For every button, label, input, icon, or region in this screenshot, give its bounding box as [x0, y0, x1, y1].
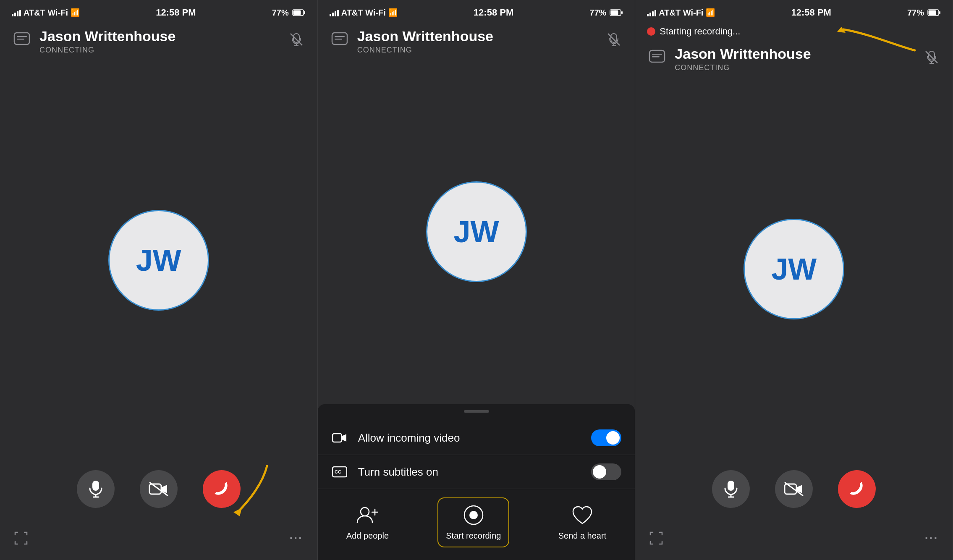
signal-bar: [12, 14, 13, 16]
battery-icon-1: [292, 9, 306, 16]
bottom-controls-3: [635, 462, 953, 529]
signal-bars-3: [647, 9, 656, 16]
menu-sheet: Allow incoming video CC Turn subtitles o…: [318, 404, 635, 560]
mute-icon-1[interactable]: [287, 30, 306, 49]
svg-rect-17: [611, 10, 618, 15]
signal-bars-1: [12, 9, 21, 16]
screenshot-button-3[interactable]: [647, 529, 665, 547]
start-recording-label: Start recording: [446, 531, 501, 541]
mute-icon-2[interactable]: [605, 30, 623, 49]
battery-pct-2: 77%: [589, 8, 606, 18]
svg-rect-9: [92, 481, 99, 491]
svg-rect-33: [939, 11, 940, 14]
avatar-circle-2: JW: [426, 181, 527, 282]
battery-pct-3: 77%: [907, 8, 924, 18]
video-icon: [331, 429, 348, 446]
status-left-3: AT&T Wi-Fi 📶: [647, 8, 715, 18]
add-people-icon: [356, 504, 378, 526]
status-left-2: AT&T Wi-Fi 📶: [330, 8, 398, 18]
battery-pct-1: 77%: [272, 8, 289, 18]
time-1: 12:58 PM: [156, 7, 196, 18]
carrier-3: AT&T Wi-Fi: [659, 8, 703, 18]
signal-bars-2: [330, 9, 339, 16]
start-recording-button[interactable]: Start recording: [437, 497, 509, 547]
signal-bar: [335, 11, 336, 16]
svg-rect-16: [621, 11, 623, 14]
mic-button-3[interactable]: [712, 470, 750, 508]
avatar-area-3: JW: [635, 76, 953, 462]
end-call-button-3[interactable]: [838, 470, 876, 508]
signal-bar: [17, 11, 18, 16]
screenshot-button-1[interactable]: [12, 529, 30, 547]
wifi-icon-2: 📶: [388, 8, 398, 17]
mic-button-1[interactable]: [77, 470, 115, 508]
call-info-2: Jason Writtenhouse CONNECTING: [357, 29, 597, 55]
time-3: 12:58 PM: [791, 7, 831, 18]
avatar-area-1: JW: [0, 59, 317, 462]
video-button-1[interactable]: [140, 470, 178, 508]
wifi-icon-1: 📶: [71, 8, 80, 17]
bottom-controls-1: [0, 462, 317, 529]
subtitles-icon: CC: [331, 463, 348, 480]
battery-3: 77%: [907, 8, 941, 18]
add-people-label: Add people: [346, 531, 389, 541]
signal-bar: [647, 14, 649, 16]
status-bar-2: AT&T Wi-Fi 📶 12:58 PM 77%: [318, 0, 635, 23]
recording-icon: [463, 504, 484, 526]
svg-rect-2: [293, 10, 301, 15]
caller-name-1: Jason Writtenhouse: [39, 29, 280, 44]
menu-item-subtitles[interactable]: CC Turn subtitles on: [318, 455, 635, 489]
bottom-bar-1: ···: [0, 529, 317, 560]
svg-point-31: [469, 511, 478, 519]
status-bar-3: AT&T Wi-Fi 📶 12:58 PM 77%: [635, 0, 953, 23]
arrow-annotation-3: [835, 21, 919, 56]
caller-name-2: Jason Writtenhouse: [357, 29, 597, 44]
recording-dot: [647, 27, 655, 36]
more-button-3[interactable]: ···: [922, 529, 941, 547]
carrier-1: AT&T Wi-Fi: [24, 8, 68, 18]
svg-rect-24: [333, 434, 342, 442]
mute-icon-3[interactable]: [922, 48, 941, 66]
menu-item-incoming-video[interactable]: Allow incoming video: [318, 421, 635, 455]
menu-item-label-video: Allow incoming video: [358, 432, 581, 445]
chat-icon-2: [330, 30, 350, 49]
toggle-video[interactable]: [591, 429, 621, 446]
call-header-1: Jason Writtenhouse CONNECTING: [0, 23, 317, 59]
toggle-knob-video: [606, 431, 620, 445]
signal-bar: [337, 10, 339, 16]
avatar-initials-1: JW: [136, 243, 181, 277]
video-button-3[interactable]: [775, 470, 813, 508]
svg-rect-19: [335, 36, 345, 37]
avatar-circle-3: JW: [744, 219, 844, 319]
svg-rect-42: [728, 481, 734, 491]
sheet-handle: [464, 410, 489, 413]
svg-rect-34: [929, 10, 936, 15]
panel-2: AT&T Wi-Fi 📶 12:58 PM 77% Jason Writtenh…: [318, 0, 636, 560]
time-2: 12:58 PM: [474, 7, 513, 18]
signal-bar: [19, 10, 21, 16]
send-heart-button[interactable]: Send a heart: [550, 497, 615, 547]
battery-2: 77%: [589, 8, 623, 18]
signal-bar: [652, 11, 654, 16]
toggle-subtitles[interactable]: [591, 463, 621, 480]
panel-3: AT&T Wi-Fi 📶 12:58 PM 77% Starting recor…: [635, 0, 953, 560]
svg-rect-1: [304, 11, 305, 14]
wifi-icon-3: 📶: [706, 8, 715, 17]
chat-icon-3: [647, 48, 667, 66]
signal-bar: [332, 13, 334, 16]
svg-rect-20: [335, 39, 342, 40]
action-buttons: Add people Start recording: [318, 489, 635, 560]
call-info-1: Jason Writtenhouse CONNECTING: [39, 29, 280, 55]
more-dots-1: ···: [290, 531, 303, 545]
end-call-button-1[interactable]: [203, 470, 241, 508]
avatar-area-2: JW: [318, 59, 635, 404]
call-status-3: CONNECTING: [675, 63, 915, 72]
status-bar-1: AT&T Wi-Fi 📶 12:58 PM 77%: [0, 0, 317, 23]
add-people-button[interactable]: Add people: [338, 497, 397, 547]
more-button-1[interactable]: ···: [287, 529, 306, 547]
battery-1: 77%: [272, 8, 306, 18]
avatar-initials-3: JW: [771, 252, 817, 286]
bottom-bar-3: ···: [635, 529, 953, 560]
signal-bar: [655, 10, 656, 16]
svg-rect-37: [652, 54, 662, 55]
